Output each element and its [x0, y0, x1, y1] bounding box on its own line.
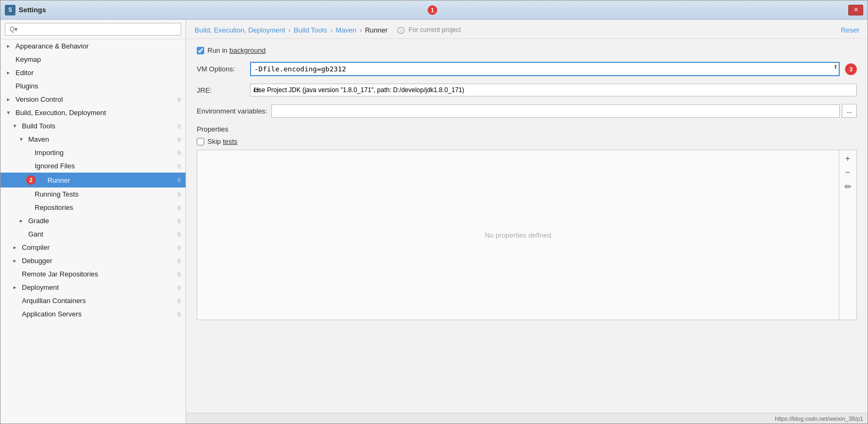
sidebar-item-importing[interactable]: ▸Importing⎘ [1, 146, 186, 159]
content-area: Build, Execution, Deployment › Build Too… [186, 20, 867, 423]
sidebar-item-maven[interactable]: Maven⎘ [1, 133, 186, 146]
sidebar-label-plugins: Plugins [15, 82, 181, 90]
properties-table: No properties defined + − ✏ [197, 150, 857, 320]
sidebar-label-gradle: Gradle [28, 217, 178, 225]
sidebar-label-deployment: Deployment [22, 283, 178, 291]
sidebar-item-gradle[interactable]: Gradle⎘ [1, 214, 186, 227]
sidebar-item-compiler[interactable]: Compiler⎘ [1, 241, 186, 254]
sidebar-item-deployment[interactable]: Deployment⎘ [1, 281, 186, 294]
vm-input-wrapper: ⬆ [250, 62, 840, 76]
jre-select-wrapper: Use Project JDK (java version "1.8.0_171… [250, 84, 857, 96]
svg-text:!: ! [400, 28, 402, 34]
chevron-editor [7, 69, 14, 76]
close-button[interactable] [848, 5, 863, 15]
sidebar-item-version-control[interactable]: Version Control⎘ [1, 93, 186, 106]
copy-icon-version-control: ⎘ [178, 96, 181, 103]
sidebar-item-application-servers[interactable]: ▸Application Servers⎘ [1, 307, 186, 321]
sidebar-label-ignored-files: Ignored Files [35, 162, 178, 170]
chevron-deployment [13, 284, 21, 291]
sidebar-label-editor: Editor [15, 69, 181, 77]
copy-icon-ignored-files: ⎘ [178, 163, 181, 169]
copy-icon-runner: ⎘ [178, 177, 181, 183]
sidebar-item-build-exec-deploy[interactable]: Build, Execution, Deployment [1, 106, 186, 119]
copy-icon-application-servers: ⎘ [178, 311, 181, 317]
bc-build-tools[interactable]: Build Tools [294, 26, 327, 34]
copy-icon-repositories: ⎘ [178, 205, 181, 211]
sidebar-label-build-tools: Build Tools [22, 122, 178, 130]
run-background-label[interactable]: Run in background [197, 46, 266, 54]
run-background-checkbox[interactable] [197, 47, 204, 54]
copy-icon-remote-jar-repositories: ⎘ [178, 271, 181, 278]
env-browse-button[interactable]: ... [842, 104, 857, 118]
skip-tests-label[interactable]: Skip tests [197, 137, 237, 145]
sidebar: Appearance & Behavior▸KeymapEditor▸Plugi… [1, 20, 186, 423]
chevron-version-control [7, 96, 14, 103]
properties-header: Properties [197, 125, 857, 133]
chevron-appearance [7, 43, 14, 50]
sidebar-label-gant: Gant [28, 230, 178, 238]
properties-section: Properties Skip tests No properties defi… [197, 125, 857, 320]
add-property-button[interactable]: + [841, 152, 854, 165]
bc-maven[interactable]: Maven [335, 26, 356, 34]
annotation-3-badge: 3 [845, 63, 857, 75]
sidebar-item-build-tools[interactable]: Build Tools⎘ [1, 119, 186, 133]
vm-options-label: VM Options: [197, 65, 250, 73]
bc-note: ! For current project [397, 26, 461, 34]
sidebar-label-keymap: Keymap [15, 55, 181, 63]
reset-button[interactable]: Reset [841, 26, 859, 34]
sidebar-item-debugger[interactable]: Debugger⎘ [1, 254, 186, 267]
sidebar-label-runner: Runner [47, 176, 178, 184]
copy-icon-importing: ⎘ [178, 150, 181, 156]
sidebar-label-debugger: Debugger [22, 257, 178, 265]
bc-runner: Runner [365, 26, 388, 34]
copy-icon-running-tests: ⎘ [178, 191, 181, 198]
copy-icon-build-tools: ⎘ [178, 123, 181, 129]
sidebar-item-ignored-files[interactable]: ▸Ignored Files⎘ [1, 159, 186, 173]
no-properties-text: No properties defined [197, 150, 839, 320]
title-badge: 1 [428, 5, 437, 15]
sidebar-label-appearance: Appearance & Behavior [15, 42, 181, 50]
sidebar-item-remote-jar-repositories[interactable]: ▸Remote Jar Repositories⎘ [1, 267, 186, 281]
sidebar-item-gant[interactable]: ▸Gant⎘ [1, 227, 186, 241]
window-title: Settings [19, 6, 425, 14]
title-bar: S Settings 1 [1, 1, 867, 20]
sidebar-label-repositories: Repositories [35, 203, 178, 211]
sidebar-item-plugins[interactable]: ▸Plugins [1, 79, 186, 93]
copy-icon-arquillian-containers: ⎘ [178, 298, 181, 304]
sidebar-label-compiler: Compiler [22, 243, 178, 251]
sidebar-item-repositories[interactable]: ▸Repositories⎘ [1, 201, 186, 214]
vm-options-row: VM Options: ⬆ 3 [197, 62, 857, 76]
copy-icon-debugger: ⎘ [178, 258, 181, 264]
copy-icon-maven: ⎘ [178, 136, 181, 143]
sidebar-search-area [1, 20, 186, 39]
jre-label: JRE: [197, 86, 250, 94]
env-variables-input[interactable] [271, 104, 840, 118]
chevron-gradle [20, 217, 27, 224]
vm-expand-button[interactable]: ⬆ [833, 64, 838, 70]
sidebar-item-runner[interactable]: 2▸Runner⎘ [1, 173, 186, 187]
sidebar-item-keymap[interactable]: ▸Keymap [1, 53, 186, 66]
breadcrumb: Build, Execution, Deployment › Build Too… [186, 20, 867, 39]
skip-tests-checkbox[interactable] [197, 138, 204, 145]
app-icon: S [5, 5, 15, 15]
sidebar-label-running-tests: Running Tests [35, 190, 178, 198]
chevron-maven [20, 136, 27, 143]
sidebar-item-appearance[interactable]: Appearance & Behavior [1, 39, 186, 53]
sidebar-item-editor[interactable]: Editor [1, 66, 186, 79]
jre-select[interactable]: Use Project JDK (java version "1.8.0_171… [250, 84, 857, 96]
skip-tests-row: Skip tests [197, 137, 857, 145]
content-body: Run in background VM Options: ⬆ 3 [186, 39, 867, 413]
status-bar: https://blog.csdn.net/weixin_38/p1 [186, 413, 867, 423]
remove-property-button[interactable]: − [841, 166, 854, 179]
run-in-background-row: Run in background [197, 46, 857, 54]
chevron-debugger [13, 257, 21, 264]
sidebar-label-maven: Maven [28, 135, 178, 143]
search-input[interactable] [5, 23, 181, 36]
sidebar-label-build-exec-deploy: Build, Execution, Deployment [15, 109, 181, 117]
sidebar-item-arquillian-containers[interactable]: ▸Arquillian Containers⎘ [1, 294, 186, 307]
vm-options-input[interactable] [251, 63, 839, 75]
sidebar-item-running-tests[interactable]: ▸Running Tests⎘ [1, 187, 186, 201]
bc-build-exec[interactable]: Build, Execution, Deployment [195, 26, 285, 34]
properties-actions: + − ✏ [839, 150, 856, 320]
edit-property-button[interactable]: ✏ [841, 180, 854, 193]
